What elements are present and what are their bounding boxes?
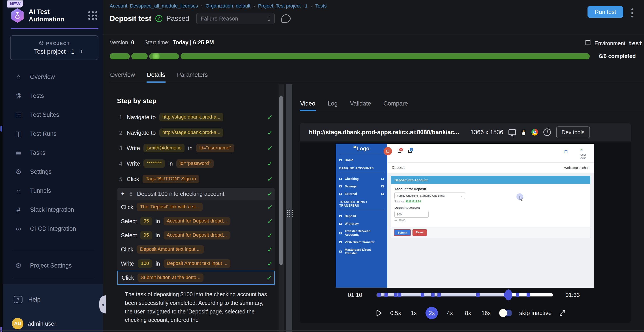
sidebar-item-overview[interactable]: ⌂Overview xyxy=(14,71,55,83)
step-row[interactable]: Write100inDeposit Amount text input ...✓ xyxy=(117,256,275,271)
timeline-track[interactable] xyxy=(376,290,553,300)
checkbox-icon xyxy=(339,193,342,195)
breadcrumb-item[interactable]: Tests xyxy=(316,3,327,9)
fullscreen-icon[interactable] xyxy=(559,310,566,316)
sidebar-item-project-settings[interactable]: ⚙ Project Settings xyxy=(14,260,72,272)
infinity-icon: ∞ xyxy=(14,225,24,233)
deposit-amount-input[interactable]: 100 xyxy=(394,211,428,218)
sidebar-item-tests[interactable]: ⚗Tests xyxy=(14,90,44,102)
sidebar-item-test-suites[interactable]: ▦Test Suites xyxy=(14,108,59,121)
current-time: 01:10 xyxy=(348,292,366,298)
step-passed-check-icon: ✓ xyxy=(267,129,273,137)
tab-parameters[interactable]: Parameters xyxy=(176,70,208,83)
chevron-right-icon: › xyxy=(80,47,82,55)
run-test-button[interactable]: Run test xyxy=(588,6,623,18)
timeline-event-marker[interactable] xyxy=(394,293,398,297)
timeline-event-marker[interactable] xyxy=(398,293,401,297)
devtools-button[interactable]: Dev tools xyxy=(556,126,590,138)
bank-nav-visa-direct-transfer[interactable]: VISA Direct Transfer xyxy=(336,238,387,246)
step-row[interactable]: ClickThe 'Deposit' link with a si...✓ xyxy=(117,200,275,214)
bank-nav-home[interactable]: Home xyxy=(336,156,387,164)
step-passed-check-icon: ✓ xyxy=(267,190,273,198)
timeline-event-marker[interactable] xyxy=(431,293,434,297)
step-action-text: in xyxy=(156,218,160,225)
account-select[interactable]: Family Checking (Standard Checking) ⌄ xyxy=(394,192,465,199)
panel-resize-handle[interactable] xyxy=(286,84,292,332)
info-icon[interactable]: i xyxy=(543,128,551,136)
sidebar-item-test-runs[interactable]: ◫Test Runs xyxy=(14,128,56,140)
sidebar-item-help[interactable]: ? Help xyxy=(14,296,40,303)
step-row[interactable]: Select95inAccount for Deposit dropd...✓ xyxy=(117,214,275,228)
kebab-menu-icon[interactable]: ••• xyxy=(631,8,634,18)
speed-1x[interactable]: 1x xyxy=(408,310,420,316)
sidebar-item-tasks[interactable]: ≣Tasks xyxy=(14,146,45,159)
timeline-event-marker[interactable] xyxy=(384,293,388,297)
timeline-event-marker[interactable] xyxy=(526,293,530,297)
step-value-chip: http://stage.dbank.prod-a... xyxy=(159,128,224,137)
speed-0.5x[interactable]: 0.5x xyxy=(389,310,402,316)
breadcrumb-item[interactable]: Project: Test project - 1 xyxy=(258,3,308,9)
bank-nav-transfer-between-accounts[interactable]: Transfer Between Accounts xyxy=(336,227,387,238)
speed-8x[interactable]: 8x xyxy=(462,310,474,316)
breadcrumb-item[interactable]: Organization: default xyxy=(206,3,250,9)
apps-grid-icon[interactable] xyxy=(88,11,98,20)
step-number: 1 xyxy=(118,114,123,120)
page-title: Deposit test xyxy=(110,14,152,23)
timeline-thumb[interactable] xyxy=(505,290,512,300)
bank-nav-withdraw[interactable]: Withdraw xyxy=(336,220,387,227)
sidebar-divider xyxy=(14,278,94,279)
speed-2x[interactable]: 2x xyxy=(426,307,438,319)
steps-scrollbar[interactable] xyxy=(278,84,284,332)
app-title: AI Test Automation xyxy=(29,8,84,23)
bank-nav-external[interactable]: External xyxy=(336,190,387,198)
scrollbar-thumb[interactable] xyxy=(279,96,283,265)
sidebar-item-ci-cd-integration[interactable]: ∞CI-CD integration xyxy=(14,222,76,235)
timeline-remaining xyxy=(508,293,553,296)
slack-icon: # xyxy=(14,206,24,214)
sidebar-item-tunnels[interactable]: ∩Tunnels xyxy=(14,184,51,197)
timeline-event-marker[interactable] xyxy=(421,293,424,297)
video-tab-log[interactable]: Log xyxy=(327,99,338,111)
step-row[interactable]: 4Write********inId="password"✓ xyxy=(117,156,275,171)
flask-icon: ⚗ xyxy=(14,92,24,100)
tab-details[interactable]: Details xyxy=(146,70,166,83)
project-selector[interactable]: PROJECT Test project - 1 › xyxy=(10,35,98,60)
bank-nav-checking[interactable]: Checking xyxy=(336,175,387,182)
step-row[interactable]: 3Writejsmith@demo.ioinId="username"✓ xyxy=(117,140,275,156)
step-row[interactable]: 5ClickTag="BUTTON" Sign in✓ xyxy=(117,171,275,187)
sidebar-item-settings[interactable]: ⚙Settings xyxy=(14,166,52,178)
step-row[interactable]: 1Navigate tohttp://stage.dbank.prod-a...… xyxy=(117,110,275,125)
sidebar-item-slack-integration[interactable]: #Slack integration xyxy=(14,204,74,216)
speed-16x[interactable]: 16x xyxy=(480,310,492,316)
step-row[interactable]: ClickDeposit Amount text input ...✓ xyxy=(117,242,275,256)
video-tab-validate[interactable]: Validate xyxy=(350,99,372,111)
bank-nav-section: BANKING ACCOUNTS xyxy=(336,164,387,170)
video-tab-video[interactable]: Video xyxy=(300,99,316,111)
step-row[interactable]: 2Navigate tohttp://stage.dbank.prod-a...… xyxy=(117,125,275,140)
bank-submit-button[interactable]: Submit xyxy=(394,229,411,236)
play-button[interactable] xyxy=(376,309,382,317)
step-row[interactable]: Select95inAccount for Deposit dropd...✓ xyxy=(117,228,275,242)
step-group-header[interactable]: ✦6Deposit 100 into checking account✓ xyxy=(117,188,275,200)
bank-nav-mastercard-direct-transfer[interactable]: Mastercard Direct Transfer xyxy=(336,246,387,257)
bank-reset-button[interactable]: Reset xyxy=(412,229,427,236)
bank-nav-savings[interactable]: Savings xyxy=(336,182,387,190)
project-name: Test project - 1 xyxy=(34,48,74,55)
step-row[interactable]: ClickSubmit button at the botto...✓ xyxy=(117,271,275,285)
failure-reason-placeholder: Failure Reason xyxy=(200,16,238,22)
bank-nav-deposit[interactable]: Deposit xyxy=(336,212,387,220)
speed-4x[interactable]: 4x xyxy=(444,310,456,316)
comment-bubble-icon[interactable] xyxy=(282,14,291,23)
timeline-event-marker[interactable] xyxy=(476,293,480,297)
timeline-event-marker[interactable] xyxy=(438,293,441,297)
user-menu[interactable]: AU admin user xyxy=(12,318,56,329)
timeline-event-marker[interactable] xyxy=(516,293,519,297)
failure-reason-select[interactable]: Failure Reason ⌃⌄ xyxy=(196,13,275,24)
timeline-event-marker[interactable] xyxy=(378,293,381,297)
tab-overview[interactable]: Overview xyxy=(110,70,136,83)
step-action-text: Click xyxy=(121,204,133,210)
video-tab-compare[interactable]: Compare xyxy=(383,99,408,111)
steps-heading: Step by step xyxy=(117,97,275,105)
skip-inactive-toggle[interactable] xyxy=(499,310,512,316)
breadcrumb-item[interactable]: Account: Devspace_all_module_licenses xyxy=(110,3,198,9)
